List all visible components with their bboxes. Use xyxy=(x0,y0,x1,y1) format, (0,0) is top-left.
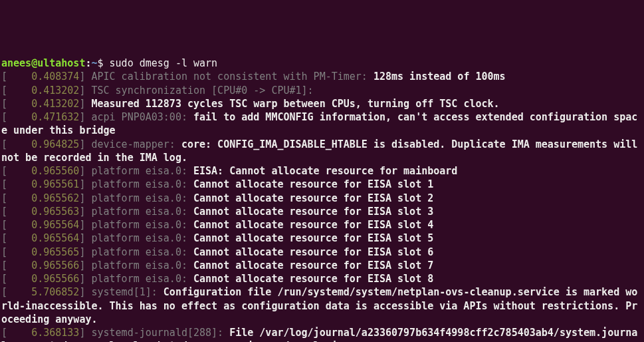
log-timestamp: 0.965564 xyxy=(7,219,79,231)
log-bracket-close: ] xyxy=(79,192,91,204)
log-bracket-open: [ xyxy=(1,71,7,83)
log-prefix: acpi PNP0A03:00: xyxy=(91,111,193,123)
log-prefix: platform eisa.0: xyxy=(91,246,193,258)
log-bracket-open: [ xyxy=(1,98,7,110)
log-bracket-open: [ xyxy=(1,232,7,244)
log-message: EISA: Cannot allocate resource for mainb… xyxy=(193,165,457,177)
log-timestamp: 0.965566 xyxy=(7,259,79,271)
log-bracket-close: ] xyxy=(79,71,91,83)
prompt-user: anees xyxy=(1,57,31,69)
prompt-at: @ xyxy=(31,57,37,69)
log-bracket-open: [ xyxy=(1,138,7,150)
log-bracket-close: ] xyxy=(79,327,91,339)
log-timestamp: 0.965563 xyxy=(7,206,79,218)
log-bracket-open: [ xyxy=(1,246,7,258)
dmesg-output: [ 0.408374] APIC calibration not consist… xyxy=(1,71,643,342)
log-bracket-open: [ xyxy=(1,219,7,231)
log-bracket-close: ] xyxy=(79,111,91,123)
log-message: 128ms instead of 100ms xyxy=(374,71,506,83)
log-bracket-close: ] xyxy=(79,206,91,218)
log-timestamp: 0.965561 xyxy=(7,178,79,190)
log-bracket-open: [ xyxy=(1,327,7,339)
prompt-path: ~ xyxy=(91,57,97,69)
log-prefix: platform eisa.0: xyxy=(91,232,193,244)
log-prefix: platform eisa.0: xyxy=(91,206,193,218)
log-timestamp: 0.413202 xyxy=(7,98,79,110)
log-message: Cannot allocate resource for EISA slot 3 xyxy=(193,206,433,218)
log-bracket-open: [ xyxy=(1,286,7,298)
log-bracket-close: ] xyxy=(79,219,91,231)
prompt: anees@ultahost:~$ xyxy=(1,57,104,69)
log-prefix: APIC calibration not consistent with PM-… xyxy=(91,71,373,83)
log-timestamp: 0.408374 xyxy=(7,71,79,83)
log-bracket-open: [ xyxy=(1,192,7,204)
log-prefix: platform eisa.0: xyxy=(91,165,193,177)
log-timestamp: 0.965560 xyxy=(7,165,79,177)
log-bracket-close: ] xyxy=(79,165,91,177)
log-message: Cannot allocate resource for EISA slot 6 xyxy=(193,246,433,258)
log-timestamp: 0.964825 xyxy=(7,138,79,150)
log-timestamp: 0.965565 xyxy=(7,246,79,258)
log-bracket-open: [ xyxy=(1,178,7,190)
prompt-dollar: $ xyxy=(98,57,104,69)
log-bracket-close: ] xyxy=(79,98,91,110)
log-bracket-close: ] xyxy=(79,232,91,244)
prompt-host: ultahost xyxy=(37,57,85,69)
log-timestamp: 0.965562 xyxy=(7,192,79,204)
log-prefix: platform eisa.0: xyxy=(91,273,193,285)
log-bracket-close: ] xyxy=(79,259,91,271)
log-message: Cannot allocate resource for EISA slot 4 xyxy=(193,219,433,231)
log-bracket-open: [ xyxy=(1,259,7,271)
log-timestamp: 6.368133 xyxy=(7,327,79,339)
log-bracket-close: ] xyxy=(79,286,91,298)
command: sudo dmesg -l warn xyxy=(110,57,218,69)
terminal[interactable]: anees@ultahost:~$ sudo dmesg -l warn [ 0… xyxy=(1,57,643,342)
log-timestamp: 5.706852 xyxy=(7,286,79,298)
log-prefix: TSC synchronization [CPU#0 -> CPU#1]: xyxy=(91,85,313,96)
log-message: Measured 112873 cycles TSC warp between … xyxy=(91,98,499,110)
log-prefix: systemd[1]: xyxy=(91,286,163,298)
log-bracket-close: ] xyxy=(79,85,91,96)
log-bracket-open: [ xyxy=(1,85,7,96)
log-timestamp: 0.965564 xyxy=(7,232,79,244)
log-prefix: platform eisa.0: xyxy=(91,178,193,190)
log-timestamp: 0.471632 xyxy=(7,111,79,123)
log-bracket-open: [ xyxy=(1,273,7,285)
log-prefix: device-mapper: xyxy=(91,138,181,150)
log-bracket-close: ] xyxy=(79,138,91,150)
log-bracket-close: ] xyxy=(79,246,91,258)
log-message: Cannot allocate resource for EISA slot 1 xyxy=(193,178,433,190)
log-message: Cannot allocate resource for EISA slot 5 xyxy=(193,232,433,244)
log-bracket-open: [ xyxy=(1,111,7,123)
log-prefix: platform eisa.0: xyxy=(91,192,193,204)
log-bracket-open: [ xyxy=(1,206,7,218)
log-bracket-open: [ xyxy=(1,165,7,177)
log-prefix: systemd-journald[288]: xyxy=(91,327,229,339)
log-timestamp: 0.965566 xyxy=(7,273,79,285)
log-bracket-close: ] xyxy=(79,178,91,190)
log-prefix: platform eisa.0: xyxy=(91,219,193,231)
log-message: Cannot allocate resource for EISA slot 7 xyxy=(193,259,433,271)
log-timestamp: 0.413202 xyxy=(7,85,79,96)
log-message: Cannot allocate resource for EISA slot 2 xyxy=(193,192,433,204)
log-prefix: platform eisa.0: xyxy=(91,259,193,271)
log-message: Cannot allocate resource for EISA slot 8 xyxy=(193,273,433,285)
log-bracket-close: ] xyxy=(79,273,91,285)
